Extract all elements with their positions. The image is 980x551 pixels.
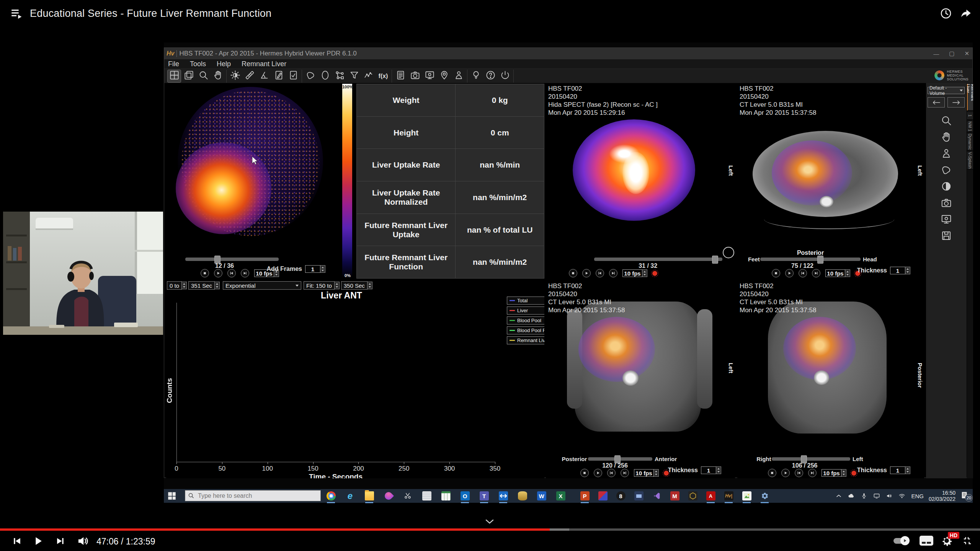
taskbar-visual-studio-icon[interactable] [652,491,662,501]
menu-remnant-liver[interactable]: Remnant Liver [242,60,286,68]
last-frame-button[interactable] [609,269,617,277]
progress-bar[interactable] [0,528,980,531]
legend-item[interactable]: Liver [507,306,544,315]
action-center-button[interactable]: 20 [960,491,970,501]
fps-value[interactable]: 10 fps [634,469,654,477]
legend-item[interactable]: Blood Pool [507,316,544,324]
dynamic-spect-image[interactable] [166,83,339,279]
taskbar-outlook-icon[interactable]: O [460,491,470,501]
fps-value[interactable]: 10 fps [825,269,845,277]
onedrive-cloud-icon[interactable] [847,492,856,500]
idea-button[interactable] [469,70,482,82]
tab-1[interactable]: 1 [967,112,973,120]
network-icon[interactable] [898,492,906,500]
zoom-tool-button[interactable] [926,114,967,129]
taskbar-database-icon[interactable] [517,491,528,501]
locate-button[interactable] [438,70,451,82]
language-indicator[interactable]: ENG [911,493,924,499]
slider-handle[interactable] [712,256,718,264]
play-button[interactable] [214,269,222,277]
tab-v-splash[interactable]: V-Splash [967,152,973,170]
fps-value[interactable]: 10 fps [822,469,841,477]
tab-remnant-liver[interactable]: Remnant Liver [967,84,973,111]
add-frames-spinner[interactable] [320,265,325,273]
stop-button[interactable] [768,469,776,477]
fit-from-field[interactable]: Fit: 150 to [304,281,335,290]
frame-slider[interactable] [594,258,722,261]
add-frames-value[interactable]: 1 [305,265,320,273]
brightness-contrast-button[interactable] [229,70,242,82]
fit-to-field[interactable]: 350 Sec [341,281,368,290]
legend-item[interactable]: Total [507,297,544,305]
menu-file[interactable]: File [168,60,179,68]
taskbar-chrome-icon[interactable] [326,491,336,501]
panel-dynamic-spect[interactable]: 12 / 3610 fpsAdd Frames1 [166,83,339,279]
taskbar-hermes-app-icon[interactable] [760,491,770,501]
patient-button[interactable] [452,70,465,82]
close-button[interactable]: ✕ [964,50,969,57]
save-tool-button[interactable] [926,229,967,244]
speaker-icon[interactable] [885,492,893,500]
range-start-spinner[interactable] [182,282,187,289]
volume-icon[interactable] [75,533,90,549]
next-video-button[interactable] [53,533,68,549]
panel-ct-axial[interactable]: HBS TF00220150420CT Lever 5.0 B31s MIMon… [737,83,924,279]
fit-model-dropdown[interactable]: Exponential [223,281,301,290]
taskbar-powerpoint-icon[interactable]: P [580,491,590,501]
tab-dynamic[interactable]: Dynamic [967,134,973,150]
last-frame-button[interactable] [621,469,629,477]
frame-slider[interactable] [588,457,652,461]
curve-range-start-field[interactable]: 0 to [167,281,182,290]
taskbar-search[interactable] [185,490,321,501]
taskbar-media-app-icon[interactable] [598,491,608,501]
screen-capture-button[interactable] [423,70,436,82]
freehand-roi-tool-button[interactable] [926,163,967,178]
playlist-queue-icon[interactable] [10,7,23,20]
taskbar-word-icon[interactable]: W [536,491,547,501]
power-button[interactable] [498,70,511,82]
app-titlebar[interactable]: Hv HBS TF002 - Apr 20 2015 - Hermes Hybr… [164,48,972,59]
curve-button[interactable] [362,70,375,82]
patient-tool-button[interactable] [926,147,967,162]
share-icon[interactable] [959,7,972,20]
ellipse-roi-button[interactable] [318,70,332,82]
draw-roi-button[interactable] [272,70,285,82]
taskbar-excel-icon[interactable]: X [555,491,566,501]
previous-video-button[interactable] [9,533,24,549]
menu-tools[interactable]: Tools [190,60,206,68]
stop-button[interactable] [569,269,577,277]
panel-ct-sagittal[interactable]: HBS TF00220150420CT Lever 5.0 B31s MIMon… [737,280,924,478]
taskbar-matlab-icon[interactable]: M [670,491,680,501]
stop-button[interactable] [772,269,780,277]
fps-spinner[interactable] [654,469,659,477]
last-frame-button[interactable] [812,269,820,277]
fps-value[interactable]: 10 fps [622,269,642,277]
pan-hand-button[interactable] [211,70,224,82]
first-frame-button[interactable] [607,469,616,477]
play-button[interactable] [781,469,790,477]
play-button[interactable] [582,269,591,277]
play-button[interactable] [31,533,46,549]
taskbar-teamviewer-icon[interactable] [498,491,508,501]
last-frame-button[interactable] [808,469,817,477]
play-button[interactable] [594,469,602,477]
thickness-value[interactable]: 1 [890,267,905,274]
display-icon[interactable] [872,492,881,500]
contrast-tool-button[interactable] [926,179,967,195]
stop-button[interactable] [201,269,209,277]
image-stack-button[interactable] [182,70,195,82]
autoplay-toggle[interactable] [893,538,909,544]
first-frame-button[interactable] [799,269,807,277]
watch-later-clock-icon[interactable] [939,7,952,20]
frame-slider[interactable] [185,258,279,261]
panel-spect-mip[interactable]: HBS TF00220150420Hida SPECT (fase 2) [Re… [546,83,735,279]
menu-help[interactable]: Help [217,60,231,68]
frame-slider[interactable] [760,258,861,261]
snapshot-button[interactable] [408,70,421,82]
snapshot-tool-button[interactable] [926,196,967,211]
previous-layout-button[interactable] [928,97,945,108]
fit-from-spinner[interactable] [335,282,340,289]
taskbar-game-8ball-icon[interactable]: 8 [616,491,626,501]
record-cine-button[interactable] [851,471,856,476]
taskbar-notepad-icon[interactable] [421,491,432,501]
